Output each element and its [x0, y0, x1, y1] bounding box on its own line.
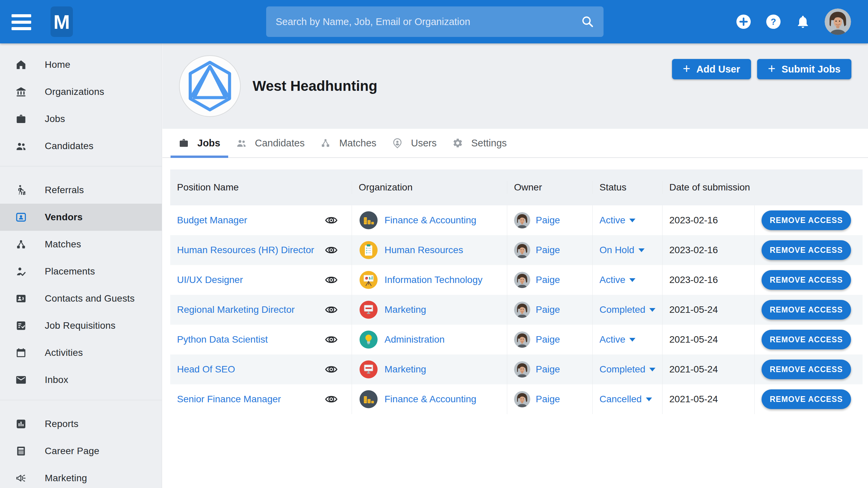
owner-link[interactable]: Paige [536, 274, 560, 285]
sidebar-item-activities[interactable]: Activities [0, 339, 162, 366]
sidebar-item-inbox[interactable]: Inbox [0, 366, 162, 393]
status-dropdown[interactable]: Completed [599, 304, 655, 315]
owner-avatar [514, 212, 530, 228]
calendar-icon [14, 345, 28, 360]
eye-icon[interactable] [324, 363, 338, 376]
organization-link[interactable]: Human Resources [384, 245, 463, 256]
remove-access-button[interactable]: REMOVE ACCESS [762, 360, 851, 379]
position-link[interactable]: Budget Manager [177, 215, 247, 226]
sidebar-item-label: Jobs [45, 114, 65, 124]
position-link[interactable]: Human Resources (HR) Director [177, 245, 314, 256]
sidebar-item-label: Reports [45, 419, 78, 429]
app-logo[interactable]: M [51, 6, 73, 37]
organization-link[interactable]: Administration [384, 334, 445, 345]
position-link[interactable]: Senior Finance Manager [177, 394, 281, 405]
sidebar-item-contacts-and-guests[interactable]: Contacts and Guests [0, 285, 162, 312]
status-dropdown[interactable]: On Hold [599, 245, 645, 256]
hamburger-menu-icon[interactable] [12, 14, 31, 30]
search-input[interactable] [266, 16, 604, 27]
help-icon[interactable]: ? [766, 14, 781, 29]
sidebar-item-referrals[interactable]: Referrals [0, 177, 162, 204]
sidebar-item-placements[interactable]: Placements [0, 258, 162, 285]
sidebar-item-label: Job Requisitions [45, 320, 116, 331]
sidebar-item-marketing[interactable]: Marketing [0, 465, 162, 488]
search-icon[interactable] [580, 15, 595, 29]
sidebar-item-label: Home [45, 59, 71, 70]
status-dropdown[interactable]: Completed [599, 364, 655, 375]
sidebar-item-vendors[interactable]: Vendors [0, 204, 162, 231]
owner-avatar [514, 391, 530, 407]
tab-jobs[interactable]: Jobs [171, 129, 228, 157]
owner-avatar [514, 302, 530, 318]
position-link[interactable]: Head Of SEO [177, 364, 235, 375]
status-dropdown[interactable]: Active [599, 274, 635, 285]
sidebar-divider [0, 166, 162, 166]
megaphone-icon [14, 471, 28, 486]
people-icon [236, 138, 247, 148]
remove-access-button[interactable]: REMOVE ACCESS [762, 389, 851, 409]
owner-link[interactable]: Paige [536, 215, 560, 226]
tab-settings[interactable]: Settings [445, 129, 515, 157]
sidebar-item-candidates[interactable]: Candidates [0, 133, 162, 160]
owner-link[interactable]: Paige [536, 245, 560, 256]
status-dropdown[interactable]: Active [599, 215, 635, 226]
eye-icon[interactable] [324, 243, 338, 257]
owner-avatar [514, 272, 530, 288]
submit-jobs-button[interactable]: + Submit Jobs [757, 59, 851, 79]
tab-users[interactable]: Users [384, 129, 445, 157]
gear-icon [452, 138, 463, 148]
eye-icon[interactable] [324, 392, 338, 406]
sidebar-item-jobs[interactable]: Jobs [0, 105, 162, 133]
owner-link[interactable]: Paige [536, 334, 560, 345]
tab-matches[interactable]: Matches [312, 129, 384, 157]
remove-access-button[interactable]: REMOVE ACCESS [762, 270, 851, 290]
submission-date: 2023-02-16 [669, 274, 718, 285]
eye-icon[interactable] [324, 303, 338, 317]
owner-link[interactable]: Paige [536, 304, 560, 315]
add-user-button[interactable]: + Add User [672, 59, 751, 79]
tab-candidates[interactable]: Candidates [228, 129, 313, 157]
vendor-badge-icon [14, 210, 28, 225]
profile-avatar[interactable] [825, 8, 851, 35]
add-plus-icon[interactable] [736, 14, 751, 29]
briefcase-icon [178, 138, 189, 148]
status-dropdown[interactable]: Cancelled [599, 394, 652, 405]
sidebar-item-job-requisitions[interactable]: Job Requisitions [0, 312, 162, 339]
envelope-icon [14, 372, 28, 387]
organization-link[interactable]: Marketing [384, 364, 426, 375]
submission-date: 2023-02-16 [669, 215, 718, 226]
organization-link[interactable]: Information Technology [384, 274, 482, 285]
sidebar-item-reports[interactable]: Reports [0, 410, 162, 438]
sidebar-item-career-page[interactable]: Career Page [0, 438, 162, 465]
referral-walk-icon [14, 183, 28, 198]
global-search-bar [266, 6, 604, 37]
sidebar-item-matches[interactable]: Matches [0, 231, 162, 258]
position-link[interactable]: Regional Marketing Director [177, 304, 295, 315]
owner-link[interactable]: Paige [536, 364, 560, 375]
organization-link[interactable]: Finance & Accounting [384, 394, 476, 405]
owner-link[interactable]: Paige [536, 394, 560, 405]
chevron-down-icon [646, 398, 652, 401]
bank-icon [14, 84, 28, 99]
position-link[interactable]: Python Data Scientist [177, 334, 268, 345]
svg-text:?: ? [771, 17, 776, 26]
sidebar-item-home[interactable]: Home [0, 51, 162, 78]
eye-icon[interactable] [324, 333, 338, 346]
organization-link[interactable]: Marketing [384, 304, 426, 315]
finance-coins-icon [359, 389, 378, 409]
eye-icon[interactable] [324, 273, 338, 287]
sidebar-item-organizations[interactable]: Organizations [0, 78, 162, 105]
organization-link[interactable]: Finance & Accounting [384, 215, 476, 226]
table-row: Human Resources (HR) Director Human Reso… [170, 235, 863, 265]
eye-icon[interactable] [324, 214, 338, 227]
remove-access-button[interactable]: REMOVE ACCESS [762, 300, 851, 320]
remove-access-button[interactable]: REMOVE ACCESS [762, 210, 851, 230]
status-dropdown[interactable]: Active [599, 334, 635, 345]
remove-access-button[interactable]: REMOVE ACCESS [762, 330, 851, 349]
home-icon [14, 57, 28, 72]
notifications-bell-icon[interactable] [795, 14, 810, 29]
finance-coins-icon [359, 210, 378, 230]
remove-access-button[interactable]: REMOVE ACCESS [762, 240, 851, 260]
table-row: Budget Manager Finance & Accounting Paig… [170, 205, 863, 235]
position-link[interactable]: UI/UX Designer [177, 274, 243, 285]
